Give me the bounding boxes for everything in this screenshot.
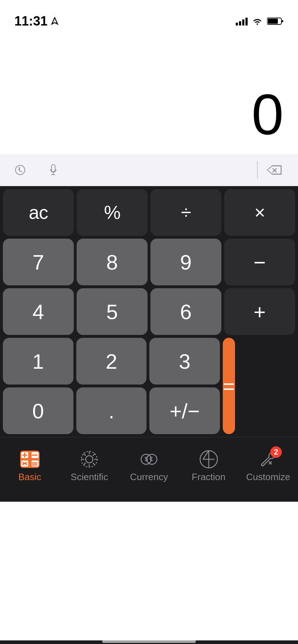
toolbar-left	[11, 161, 253, 179]
toolbar	[0, 154, 298, 186]
time-display: 11:31	[14, 14, 48, 29]
basic-icon	[20, 449, 40, 469]
mic-button[interactable]	[44, 161, 63, 179]
row-2: 7 8 9 −	[3, 239, 295, 285]
calculator-pad: ac % ÷ × 7 8 9 − 4 5 6 + 1 2 3 0 . +/−	[0, 186, 298, 437]
fraction-label: Fraction	[192, 472, 226, 483]
svg-line-23	[83, 463, 86, 465]
customize-icon: 2	[258, 449, 278, 469]
three-button[interactable]: 3	[149, 338, 220, 385]
svg-text:€: €	[150, 456, 153, 462]
nav-scientific[interactable]: Scientific	[64, 449, 114, 483]
nav-basic[interactable]: Basic	[5, 449, 55, 483]
rows-4-5-left: 1 2 3 0 . +/−	[3, 338, 220, 434]
svg-text:$: $	[145, 456, 148, 462]
basic-calc-icon	[21, 450, 39, 469]
fraction-icon	[199, 449, 219, 469]
divide-button[interactable]: ÷	[150, 189, 221, 236]
decimal-button[interactable]: .	[76, 387, 147, 434]
display-area: 0	[0, 32, 298, 154]
basic-label: Basic	[18, 472, 41, 483]
home-bar	[102, 640, 196, 643]
toolbar-right	[261, 161, 287, 179]
status-time: 11:31	[14, 14, 59, 29]
battery-icon	[267, 17, 284, 26]
toolbar-divider	[257, 161, 258, 179]
status-bar: 11:31	[0, 0, 298, 32]
multiply-button[interactable]: ×	[224, 189, 295, 236]
currency-icon: $ €	[139, 449, 159, 469]
svg-rect-1	[268, 19, 278, 24]
signal-icon	[236, 17, 248, 26]
four-button[interactable]: 4	[3, 288, 74, 335]
scientific-label: Scientific	[71, 472, 108, 483]
badge-count: 2	[270, 446, 282, 458]
svg-line-20	[83, 454, 86, 456]
row-5: 0 . +/−	[3, 387, 220, 434]
home-indicator	[0, 640, 298, 644]
row-1: ac % ÷ ×	[3, 189, 295, 236]
minus-button[interactable]: −	[224, 239, 295, 285]
nav-fraction[interactable]: Fraction	[184, 449, 234, 483]
row-4: 1 2 3	[3, 338, 220, 385]
percent-button[interactable]: %	[77, 189, 148, 236]
scientific-icon	[79, 449, 99, 469]
equals-container: =	[223, 338, 295, 434]
ac-button[interactable]: ac	[3, 189, 74, 236]
svg-point-14	[86, 456, 93, 463]
status-icons	[236, 17, 284, 26]
svg-line-22	[93, 454, 95, 456]
plusminus-button[interactable]: +/−	[149, 387, 220, 434]
nav-currency[interactable]: $ € Currency	[124, 449, 174, 483]
six-button[interactable]: 6	[150, 288, 221, 335]
customize-label: Customize	[246, 472, 290, 483]
two-button[interactable]: 2	[76, 338, 147, 385]
zero-button[interactable]: 0	[3, 387, 73, 434]
nine-button[interactable]: 9	[150, 239, 221, 285]
history-button[interactable]	[11, 161, 30, 179]
backspace-button[interactable]	[261, 161, 287, 179]
row-3: 4 5 6 +	[3, 288, 295, 335]
rows-4-5-container: 1 2 3 0 . +/− =	[3, 338, 295, 434]
eight-button[interactable]: 8	[77, 239, 148, 285]
seven-button[interactable]: 7	[3, 239, 74, 285]
plus-button[interactable]: +	[224, 288, 295, 335]
location-icon	[50, 17, 59, 26]
display-value: 0	[252, 86, 284, 143]
nav-customize[interactable]: 2 Customize	[243, 449, 293, 483]
one-button[interactable]: 1	[3, 338, 73, 385]
basic-icon-bg	[20, 451, 40, 468]
five-button[interactable]: 5	[77, 288, 148, 335]
bottom-nav: Basic Scientific $	[0, 437, 298, 502]
svg-rect-2	[282, 20, 283, 22]
svg-line-21	[93, 463, 95, 465]
equals-button[interactable]: =	[223, 338, 235, 434]
currency-label: Currency	[130, 472, 168, 483]
wifi-icon	[252, 17, 263, 26]
